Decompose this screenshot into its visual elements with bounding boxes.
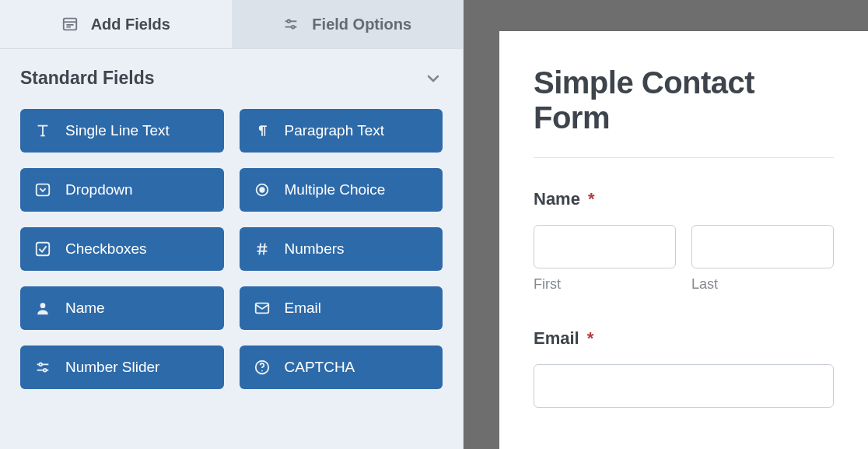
divider	[534, 157, 834, 158]
svg-rect-14	[37, 243, 50, 256]
form-title: Simple Contact Form	[534, 65, 834, 135]
field-label: Email	[285, 300, 322, 317]
tab-field-options[interactable]: Field Options	[232, 0, 464, 48]
field-label: Number Slider	[65, 359, 159, 376]
svg-line-18	[263, 244, 264, 255]
email-input[interactable]	[534, 364, 834, 408]
dropdown-icon	[34, 181, 51, 198]
checkbox-icon	[34, 240, 51, 258]
name-field-group[interactable]: Name * First Last	[534, 189, 834, 293]
first-name-col: First	[534, 225, 676, 293]
field-label: Single Line Text	[65, 122, 170, 139]
radio-icon	[254, 181, 271, 198]
label-text: Email	[534, 328, 579, 349]
form-canvas[interactable]: Simple Contact Form Name * First Last Em…	[499, 31, 868, 449]
last-name-col: Last	[691, 225, 834, 293]
svg-point-7	[292, 26, 295, 29]
section-header-standard[interactable]: Standard Fields	[0, 49, 463, 96]
required-mark: *	[587, 328, 594, 349]
form-icon	[61, 16, 79, 33]
first-sublabel: First	[534, 276, 676, 293]
sliders-icon	[34, 359, 51, 376]
name-row: First Last	[534, 225, 834, 293]
svg-point-26	[261, 370, 263, 372]
field-label: Checkboxes	[65, 240, 147, 258]
field-label: Numbers	[285, 240, 345, 258]
left-panel: Add Fields Field Options Standard Fields	[0, 0, 464, 449]
field-captcha[interactable]: CAPTCHA	[240, 346, 443, 389]
tab-add-fields[interactable]: Add Fields	[0, 0, 232, 48]
field-numbers[interactable]: Numbers	[240, 227, 443, 271]
svg-point-13	[260, 188, 264, 192]
first-name-input[interactable]	[534, 225, 676, 268]
field-checkboxes[interactable]: Checkboxes	[20, 227, 224, 271]
sliders-icon	[282, 16, 299, 33]
user-icon	[34, 300, 51, 317]
tab-label: Add Fields	[91, 16, 170, 33]
field-single-line-text[interactable]: Single Line Text	[20, 109, 224, 153]
tabs: Add Fields Field Options	[0, 0, 463, 49]
text-cursor-icon	[34, 122, 51, 139]
question-circle-icon	[254, 359, 271, 376]
svg-point-19	[40, 303, 46, 308]
svg-line-17	[259, 244, 261, 255]
email-field-group[interactable]: Email *	[534, 328, 834, 408]
last-sublabel: Last	[691, 276, 834, 293]
preview-area: Simple Contact Form Name * First Last Em…	[464, 0, 868, 449]
field-label: Multiple Choice	[285, 181, 386, 198]
tab-label: Field Options	[312, 16, 411, 33]
field-dropdown[interactable]: Dropdown	[20, 168, 224, 212]
paragraph-icon	[254, 122, 271, 139]
field-label: CAPTCHA	[285, 359, 355, 376]
envelope-icon	[254, 300, 271, 317]
field-email[interactable]: Email	[240, 286, 443, 330]
field-number-slider[interactable]: Number Slider	[20, 346, 224, 389]
field-label: Paragraph Text	[285, 122, 385, 139]
svg-point-24	[44, 369, 47, 372]
section-title: Standard Fields	[20, 68, 155, 89]
field-name[interactable]: Name	[20, 286, 224, 330]
hash-icon	[254, 240, 271, 258]
required-mark: *	[588, 189, 595, 209]
svg-rect-11	[37, 184, 50, 196]
chevron-down-icon	[424, 69, 443, 88]
email-label: Email *	[534, 328, 834, 349]
label-text: Name	[534, 189, 580, 209]
svg-point-22	[39, 363, 42, 367]
field-label: Name	[65, 300, 105, 317]
field-grid: Single Line Text Paragraph Text Dropdown	[0, 96, 463, 409]
last-name-input[interactable]	[691, 225, 834, 268]
svg-point-5	[288, 20, 291, 23]
field-paragraph-text[interactable]: Paragraph Text	[240, 109, 443, 153]
field-label: Dropdown	[65, 181, 133, 198]
field-multiple-choice[interactable]: Multiple Choice	[240, 168, 443, 212]
name-label: Name *	[534, 189, 834, 209]
